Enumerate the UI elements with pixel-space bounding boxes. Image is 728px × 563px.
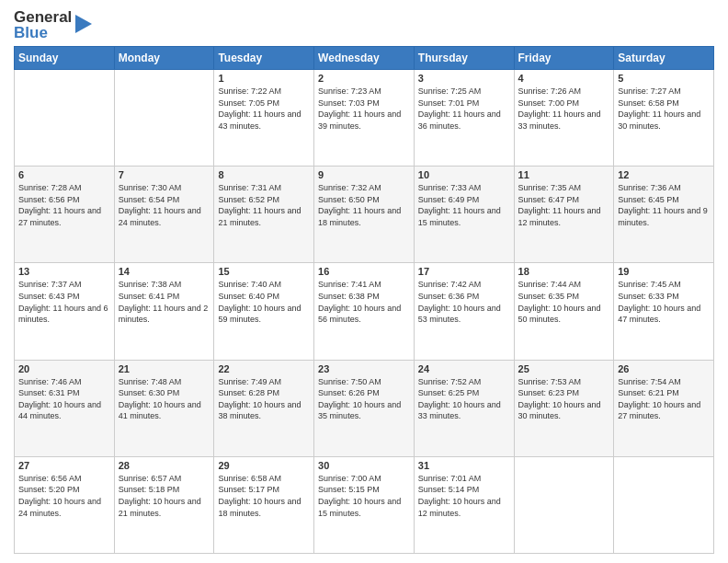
day-number: 4	[518, 73, 610, 84]
calendar-cell: 6Sunrise: 7:28 AM Sunset: 6:56 PM Daylig…	[15, 167, 115, 263]
calendar-week-row: 20Sunrise: 7:46 AM Sunset: 6:31 PM Dayli…	[15, 360, 714, 456]
day-number: 2	[318, 73, 410, 84]
calendar-cell: 27Sunrise: 6:56 AM Sunset: 5:20 PM Dayli…	[15, 456, 115, 553]
calendar-cell: 26Sunrise: 7:54 AM Sunset: 6:21 PM Dayli…	[614, 360, 714, 456]
logo-general: General	[14, 9, 72, 25]
cell-info: Sunrise: 6:56 AM Sunset: 5:20 PM Dayligh…	[18, 473, 110, 519]
calendar-cell: 14Sunrise: 7:38 AM Sunset: 6:41 PM Dayli…	[114, 263, 214, 360]
weekday-header-wednesday: Wednesday	[314, 47, 415, 70]
calendar-cell: 20Sunrise: 7:46 AM Sunset: 6:31 PM Dayli…	[15, 360, 115, 456]
calendar-cell: 12Sunrise: 7:36 AM Sunset: 6:45 PM Dayli…	[614, 167, 714, 263]
logo: General Blue	[14, 9, 92, 40]
day-number: 9	[318, 169, 410, 180]
calendar-cell: 9Sunrise: 7:32 AM Sunset: 6:50 PM Daylig…	[314, 167, 415, 263]
cell-info: Sunrise: 6:57 AM Sunset: 5:18 PM Dayligh…	[119, 473, 210, 519]
cell-info: Sunrise: 6:58 AM Sunset: 5:17 PM Dayligh…	[218, 473, 310, 519]
calendar-cell: 15Sunrise: 7:40 AM Sunset: 6:40 PM Dayli…	[214, 263, 314, 360]
day-number: 8	[218, 169, 310, 180]
calendar-table: SundayMondayTuesdayWednesdayThursdayFrid…	[14, 46, 714, 554]
calendar-cell: 8Sunrise: 7:31 AM Sunset: 6:52 PM Daylig…	[214, 167, 314, 263]
day-number: 13	[18, 266, 110, 277]
cell-info: Sunrise: 7:26 AM Sunset: 7:00 PM Dayligh…	[518, 86, 610, 132]
calendar-cell: 30Sunrise: 7:00 AM Sunset: 5:15 PM Dayli…	[314, 456, 415, 553]
cell-info: Sunrise: 7:42 AM Sunset: 6:36 PM Dayligh…	[418, 279, 510, 325]
day-number: 18	[518, 266, 610, 277]
calendar-cell	[514, 456, 614, 553]
page: General Blue SundayMondayTuesdayWednesda…	[0, 0, 728, 563]
cell-info: Sunrise: 7:50 AM Sunset: 6:26 PM Dayligh…	[318, 376, 410, 422]
day-number: 25	[518, 363, 610, 374]
day-number: 15	[218, 266, 310, 277]
weekday-header-friday: Friday	[514, 47, 614, 70]
calendar-cell	[114, 70, 214, 167]
cell-info: Sunrise: 7:31 AM Sunset: 6:52 PM Dayligh…	[218, 182, 310, 228]
day-number: 12	[618, 169, 710, 180]
cell-info: Sunrise: 7:33 AM Sunset: 6:49 PM Dayligh…	[418, 182, 510, 228]
header: General Blue	[14, 9, 714, 40]
logo-arrow-icon	[75, 11, 92, 37]
weekday-header-sunday: Sunday	[15, 47, 115, 70]
cell-info: Sunrise: 7:00 AM Sunset: 5:15 PM Dayligh…	[318, 473, 410, 519]
cell-info: Sunrise: 7:41 AM Sunset: 6:38 PM Dayligh…	[318, 279, 410, 325]
day-number: 24	[418, 363, 510, 374]
day-number: 19	[618, 266, 710, 277]
cell-info: Sunrise: 7:45 AM Sunset: 6:33 PM Dayligh…	[618, 279, 710, 325]
weekday-header-monday: Monday	[114, 47, 214, 70]
cell-info: Sunrise: 7:25 AM Sunset: 7:01 PM Dayligh…	[418, 86, 510, 132]
calendar-cell: 3Sunrise: 7:25 AM Sunset: 7:01 PM Daylig…	[414, 70, 514, 167]
cell-info: Sunrise: 7:38 AM Sunset: 6:41 PM Dayligh…	[119, 279, 210, 325]
calendar-cell: 4Sunrise: 7:26 AM Sunset: 7:00 PM Daylig…	[514, 70, 614, 167]
calendar-cell: 25Sunrise: 7:53 AM Sunset: 6:23 PM Dayli…	[514, 360, 614, 456]
logo-blue: Blue	[14, 25, 72, 40]
svg-marker-0	[75, 15, 92, 33]
calendar-cell: 23Sunrise: 7:50 AM Sunset: 6:26 PM Dayli…	[314, 360, 415, 456]
day-number: 1	[218, 73, 310, 84]
day-number: 23	[318, 363, 410, 374]
day-number: 29	[218, 460, 310, 471]
day-number: 10	[418, 169, 510, 180]
calendar-cell: 18Sunrise: 7:44 AM Sunset: 6:35 PM Dayli…	[514, 263, 614, 360]
day-number: 6	[18, 169, 110, 180]
day-number: 21	[119, 363, 210, 374]
calendar-cell: 17Sunrise: 7:42 AM Sunset: 6:36 PM Dayli…	[414, 263, 514, 360]
cell-info: Sunrise: 7:01 AM Sunset: 5:14 PM Dayligh…	[418, 473, 510, 519]
cell-info: Sunrise: 7:53 AM Sunset: 6:23 PM Dayligh…	[518, 376, 610, 422]
day-number: 30	[318, 460, 410, 471]
calendar-cell: 22Sunrise: 7:49 AM Sunset: 6:28 PM Dayli…	[214, 360, 314, 456]
weekday-header-thursday: Thursday	[414, 47, 514, 70]
calendar-cell: 1Sunrise: 7:22 AM Sunset: 7:05 PM Daylig…	[214, 70, 314, 167]
day-number: 14	[119, 266, 210, 277]
calendar-cell: 24Sunrise: 7:52 AM Sunset: 6:25 PM Dayli…	[414, 360, 514, 456]
calendar-cell	[15, 70, 115, 167]
day-number: 26	[618, 363, 710, 374]
calendar-cell: 10Sunrise: 7:33 AM Sunset: 6:49 PM Dayli…	[414, 167, 514, 263]
cell-info: Sunrise: 7:22 AM Sunset: 7:05 PM Dayligh…	[218, 86, 310, 132]
cell-info: Sunrise: 7:49 AM Sunset: 6:28 PM Dayligh…	[218, 376, 310, 422]
day-number: 16	[318, 266, 410, 277]
calendar-cell: 13Sunrise: 7:37 AM Sunset: 6:43 PM Dayli…	[15, 263, 115, 360]
cell-info: Sunrise: 7:40 AM Sunset: 6:40 PM Dayligh…	[218, 279, 310, 325]
calendar-cell	[614, 456, 714, 553]
weekday-header-saturday: Saturday	[614, 47, 714, 70]
cell-info: Sunrise: 7:36 AM Sunset: 6:45 PM Dayligh…	[618, 182, 710, 228]
cell-info: Sunrise: 7:23 AM Sunset: 7:03 PM Dayligh…	[318, 86, 410, 132]
calendar-week-row: 13Sunrise: 7:37 AM Sunset: 6:43 PM Dayli…	[15, 263, 714, 360]
day-number: 22	[218, 363, 310, 374]
day-number: 17	[418, 266, 510, 277]
cell-info: Sunrise: 7:28 AM Sunset: 6:56 PM Dayligh…	[18, 182, 110, 228]
calendar-cell: 16Sunrise: 7:41 AM Sunset: 6:38 PM Dayli…	[314, 263, 415, 360]
calendar-cell: 21Sunrise: 7:48 AM Sunset: 6:30 PM Dayli…	[114, 360, 214, 456]
day-number: 31	[418, 460, 510, 471]
cell-info: Sunrise: 7:30 AM Sunset: 6:54 PM Dayligh…	[119, 182, 210, 228]
calendar-cell: 7Sunrise: 7:30 AM Sunset: 6:54 PM Daylig…	[114, 167, 214, 263]
calendar-cell: 28Sunrise: 6:57 AM Sunset: 5:18 PM Dayli…	[114, 456, 214, 553]
day-number: 20	[18, 363, 110, 374]
calendar-cell: 31Sunrise: 7:01 AM Sunset: 5:14 PM Dayli…	[414, 456, 514, 553]
day-number: 27	[18, 460, 110, 471]
calendar-cell: 2Sunrise: 7:23 AM Sunset: 7:03 PM Daylig…	[314, 70, 415, 167]
calendar-week-row: 27Sunrise: 6:56 AM Sunset: 5:20 PM Dayli…	[15, 456, 714, 553]
day-number: 7	[119, 169, 210, 180]
weekday-header-tuesday: Tuesday	[214, 47, 314, 70]
day-number: 11	[518, 169, 610, 180]
cell-info: Sunrise: 7:54 AM Sunset: 6:21 PM Dayligh…	[618, 376, 710, 422]
